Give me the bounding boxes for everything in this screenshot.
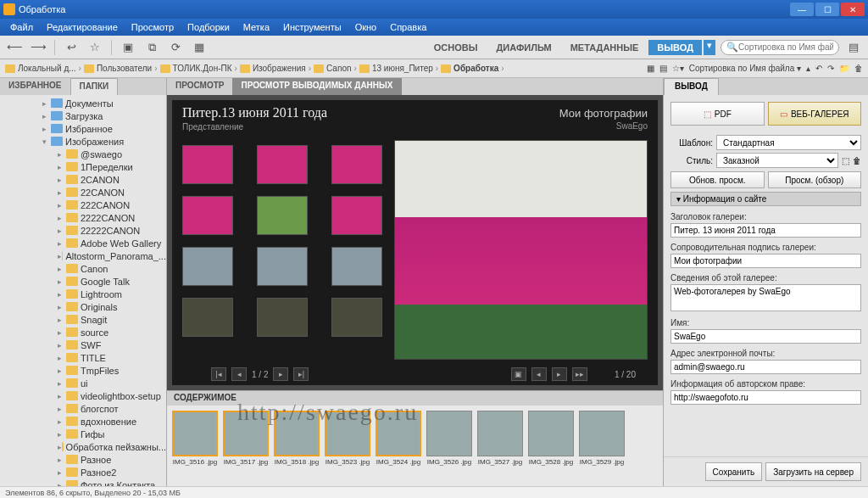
tree-item[interactable]: ▸TmpFiles xyxy=(0,364,166,377)
thumbnail[interactable] xyxy=(182,196,233,235)
grid-view-icon[interactable]: ▦ xyxy=(647,64,654,73)
copyright-input[interactable] xyxy=(670,390,861,405)
save-button[interactable]: Сохранить xyxy=(705,462,763,481)
star-filter-icon[interactable]: ☆▾ xyxy=(672,64,684,73)
save-style-icon[interactable]: ⬚ xyxy=(842,156,849,165)
filmstrip-item[interactable]: IMG_3516 .jpg xyxy=(172,411,218,481)
crumb-date[interactable]: 13 июня_Питер xyxy=(359,64,433,73)
refresh-icon[interactable]: ⟳ xyxy=(166,39,185,56)
rotate-ccw-icon[interactable]: ↶ xyxy=(815,64,822,73)
tree-item[interactable]: ▸Разное2 xyxy=(0,466,166,478)
crumb-canon[interactable]: Canon xyxy=(314,64,351,73)
tab-essentials[interactable]: ОСНОВЫ xyxy=(426,40,487,55)
tree-item[interactable]: ▸Разное xyxy=(0,453,166,466)
left-tab-folders[interactable]: ПАПКИ xyxy=(70,78,119,95)
tree-item[interactable]: ▸videolightbox-setup xyxy=(0,389,166,402)
menu-edit[interactable]: Редактирование xyxy=(40,22,125,32)
caption-input[interactable] xyxy=(670,254,861,268)
pager-first-button[interactable]: |◂ xyxy=(211,367,226,381)
window-close-button[interactable]: ✕ xyxy=(841,3,865,16)
about-input[interactable] xyxy=(670,284,861,311)
browse-preview-button[interactable]: Просм. (обзор) xyxy=(768,171,862,188)
forward-button[interactable]: ⟶ xyxy=(29,39,47,56)
thumbnail[interactable] xyxy=(182,298,233,337)
open-icon[interactable]: ▦ xyxy=(190,39,209,56)
thumbnail[interactable] xyxy=(257,247,308,286)
tree-item[interactable]: ▾Изображения xyxy=(0,135,166,148)
filter-icon[interactable]: ▤ xyxy=(659,64,667,73)
trash-icon[interactable]: 🗑 xyxy=(854,64,863,73)
upload-button[interactable]: Загрузить на сервер xyxy=(765,462,861,481)
name-input[interactable] xyxy=(670,329,861,344)
center-tab-output[interactable]: ПРОСМОТР ВЫВОДИМЫХ ДАННЫХ xyxy=(232,78,401,95)
tree-item[interactable]: ▸Фото из Контакта xyxy=(0,478,166,486)
tree-item[interactable]: ▸22222CANON xyxy=(0,224,166,237)
window-maximize-button[interactable]: ☐ xyxy=(815,3,839,16)
copy-icon[interactable]: ⧉ xyxy=(142,39,161,56)
slideshow-icon[interactable]: ▣ xyxy=(511,367,526,381)
delete-style-icon[interactable]: 🗑 xyxy=(853,156,861,165)
tab-metadata[interactable]: МЕТАДАННЫЕ xyxy=(562,40,648,55)
thumbnail[interactable] xyxy=(331,145,382,184)
tab-output[interactable]: ВЫВОД xyxy=(648,40,702,55)
refresh-preview-button[interactable]: Обнов. просм. xyxy=(670,171,765,188)
window-minimize-button[interactable]: — xyxy=(790,3,814,16)
tab-filmstrip[interactable]: ДИАФИЛЬМ xyxy=(487,40,559,55)
search-box[interactable]: 🔍 xyxy=(721,40,839,55)
main-preview-image[interactable] xyxy=(394,140,648,360)
slide-prev-button[interactable]: ◂ xyxy=(531,367,547,381)
thumbnail[interactable] xyxy=(182,247,233,286)
menu-stacks[interactable]: Подборки xyxy=(181,22,236,32)
slide-play-button[interactable]: ▸ xyxy=(552,367,567,381)
pager-last-button[interactable]: ▸| xyxy=(293,367,309,381)
tree-item[interactable]: ▸Документы xyxy=(0,97,166,109)
menu-file[interactable]: Файл xyxy=(3,22,40,32)
tree-item[interactable]: ▸22CANON xyxy=(0,186,166,199)
template-select[interactable]: Стандартная xyxy=(716,135,861,150)
tree-item[interactable]: ▸Обработка пейзажны... xyxy=(0,440,166,453)
right-tab-output[interactable]: ВЫВОД xyxy=(664,78,719,95)
tree-item[interactable]: ▸222CANON xyxy=(0,199,166,211)
tree-item[interactable]: ▸2222CANON xyxy=(0,211,166,224)
filmstrip-item[interactable]: IMG_3528 .jpg xyxy=(528,411,574,481)
filmstrip-item[interactable]: IMG_3517 .jpg xyxy=(223,411,269,481)
folder-tree[interactable]: ▸Документы▸Загрузка▸Избранное▾Изображени… xyxy=(0,95,166,486)
compact-mode-icon[interactable]: ▤ xyxy=(844,39,863,56)
tree-item[interactable]: ▸Snagit xyxy=(0,313,166,326)
tree-item[interactable]: ▸Избранное xyxy=(0,122,166,135)
menu-view[interactable]: Просмотр xyxy=(125,22,181,32)
site-info-section[interactable]: ▾ Информация о сайте xyxy=(670,192,861,206)
crumb-drive[interactable]: Локальный д... xyxy=(5,64,76,73)
slide-next-button[interactable]: ▸▸ xyxy=(572,367,587,381)
tree-item[interactable]: ▸2CANON xyxy=(0,173,166,186)
reveal-button[interactable]: ↩ xyxy=(62,39,81,56)
tree-item[interactable]: ▸Загрузка xyxy=(0,109,166,122)
tree-item[interactable]: ▸вдохновение xyxy=(0,415,166,428)
filmstrip-item[interactable]: IMG_3529 .jpg xyxy=(579,411,625,481)
filmstrip-item[interactable]: IMG_3523 .jpg xyxy=(325,411,370,481)
filmstrip-item[interactable]: IMG_3527 .jpg xyxy=(477,411,523,481)
crumb-pictures[interactable]: Изображения xyxy=(240,64,306,73)
tree-item[interactable]: ▸SWF xyxy=(0,339,166,351)
filmstrip-item[interactable]: IMG_3518 .jpg xyxy=(274,411,320,481)
crumb-users[interactable]: Пользователи xyxy=(84,64,152,73)
tree-item[interactable]: ▸Adobe Web Gallery xyxy=(0,237,166,249)
filmstrip-item[interactable]: IMG_3526 .jpg xyxy=(426,411,472,481)
thumbnail[interactable] xyxy=(257,196,308,235)
crumb-user[interactable]: ТОЛИК.Дон-ПК xyxy=(160,64,232,73)
thumbnail[interactable] xyxy=(257,145,308,184)
menu-label[interactable]: Метка xyxy=(236,22,276,32)
tree-item[interactable]: ▸TITLE xyxy=(0,351,166,364)
tree-item[interactable]: ▸Google Talk xyxy=(0,275,166,288)
thumbnail[interactable] xyxy=(331,298,382,337)
left-tab-favorites[interactable]: ИЗБРАННОЕ xyxy=(0,78,70,95)
tree-item[interactable]: ▸Altostorm_Panorama_... xyxy=(0,249,166,262)
thumbnail[interactable] xyxy=(331,247,382,286)
tree-item[interactable]: ▸1Переделки xyxy=(0,160,166,173)
tree-item[interactable]: ▸@swaego xyxy=(0,148,166,160)
menu-window[interactable]: Окно xyxy=(348,22,384,32)
sort-label[interactable]: Сортировка по Имя файла ▾ xyxy=(689,64,801,73)
pager-prev-button[interactable]: ◂ xyxy=(231,367,247,381)
menu-help[interactable]: Справка xyxy=(383,22,433,32)
tree-item[interactable]: ▸Originals xyxy=(0,300,166,313)
